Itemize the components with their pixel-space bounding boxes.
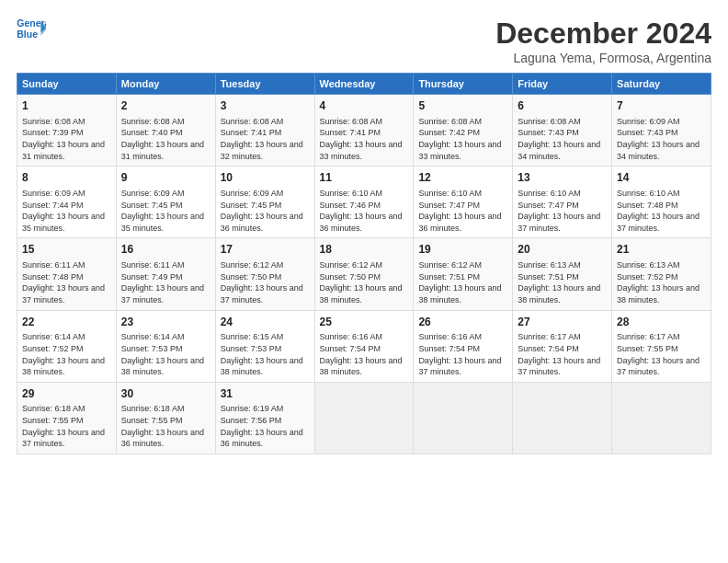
daylight-label: Daylight: 13 hours and 38 minutes.: [518, 283, 600, 304]
sunset-label: Sunset: 7:45 PM: [121, 201, 183, 210]
header-monday: Monday: [116, 74, 215, 95]
sunset-label: Sunset: 7:53 PM: [221, 344, 282, 353]
daylight-label: Daylight: 13 hours and 38 minutes.: [320, 356, 403, 377]
day-number: 29: [22, 386, 111, 402]
calendar-cell: 5Sunrise: 6:08 AMSunset: 7:42 PMDaylight…: [414, 95, 513, 167]
calendar-cell: 16Sunrise: 6:11 AMSunset: 7:49 PMDayligh…: [116, 238, 215, 310]
day-number: 8: [22, 170, 111, 186]
calendar-cell: 4Sunrise: 6:08 AMSunset: 7:41 PMDaylight…: [314, 95, 414, 167]
calendar-cell: 8Sunrise: 6:09 AMSunset: 7:44 PMDaylight…: [17, 167, 117, 238]
calendar-week-row: 15Sunrise: 6:11 AMSunset: 7:48 PMDayligh…: [17, 238, 711, 310]
day-number: 22: [22, 315, 111, 330]
calendar-cell: 10Sunrise: 6:09 AMSunset: 7:45 PMDayligh…: [215, 167, 314, 238]
day-number: 15: [22, 242, 111, 258]
calendar-cell: 3Sunrise: 6:08 AMSunset: 7:41 PMDaylight…: [215, 95, 314, 167]
sunset-label: Sunset: 7:43 PM: [617, 128, 678, 137]
day-number: 19: [418, 242, 507, 258]
daylight-label: Daylight: 13 hours and 37 minutes.: [221, 283, 303, 304]
sunset-label: Sunset: 7:51 PM: [518, 272, 579, 282]
sunset-label: Sunset: 7:43 PM: [518, 128, 579, 137]
daylight-label: Daylight: 13 hours and 37 minutes.: [617, 356, 700, 377]
daylight-label: Daylight: 13 hours and 37 minutes.: [617, 212, 700, 233]
sunset-label: Sunset: 7:50 PM: [320, 272, 381, 282]
calendar-table: Sunday Monday Tuesday Wednesday Thursday…: [17, 73, 711, 454]
daylight-label: Daylight: 13 hours and 34 minutes.: [617, 140, 700, 161]
day-number: 30: [121, 386, 210, 402]
sunset-label: Sunset: 7:40 PM: [121, 128, 183, 137]
day-number: 12: [418, 170, 507, 186]
daylight-label: Daylight: 13 hours and 37 minutes.: [22, 283, 105, 304]
sunrise-label: Sunrise: 6:10 AM: [320, 189, 383, 198]
header-thursday: Thursday: [414, 74, 513, 95]
calendar-cell: 29Sunrise: 6:18 AMSunset: 7:55 PMDayligh…: [17, 382, 117, 454]
day-number: 17: [221, 242, 310, 258]
sunset-label: Sunset: 7:51 PM: [418, 272, 480, 282]
calendar-cell: 30Sunrise: 6:18 AMSunset: 7:55 PMDayligh…: [116, 382, 215, 454]
daylight-label: Daylight: 13 hours and 36 minutes.: [221, 428, 303, 449]
calendar-cell: 25Sunrise: 6:16 AMSunset: 7:54 PMDayligh…: [314, 310, 414, 382]
sunrise-label: Sunrise: 6:19 AM: [221, 404, 284, 413]
sunset-label: Sunset: 7:49 PM: [121, 272, 183, 282]
sunset-label: Sunset: 7:52 PM: [22, 344, 84, 353]
title-block: December 2024 Laguna Yema, Formosa, Arge…: [495, 17, 711, 65]
sunset-label: Sunset: 7:42 PM: [418, 128, 480, 137]
sunset-label: Sunset: 7:39 PM: [22, 128, 84, 137]
sunset-label: Sunset: 7:54 PM: [418, 344, 480, 353]
sunrise-label: Sunrise: 6:10 AM: [518, 189, 581, 198]
calendar-cell: 15Sunrise: 6:11 AMSunset: 7:48 PMDayligh…: [17, 238, 117, 310]
day-number: 9: [121, 170, 210, 186]
calendar-week-row: 1Sunrise: 6:08 AMSunset: 7:39 PMDaylight…: [17, 95, 711, 167]
day-number: 31: [221, 386, 310, 402]
sunrise-label: Sunrise: 6:13 AM: [518, 260, 581, 270]
sunrise-label: Sunrise: 6:16 AM: [418, 332, 482, 341]
calendar-week-row: 29Sunrise: 6:18 AMSunset: 7:55 PMDayligh…: [17, 382, 711, 454]
sunrise-label: Sunrise: 6:15 AM: [221, 332, 284, 341]
calendar-cell: 27Sunrise: 6:17 AMSunset: 7:54 PMDayligh…: [513, 310, 612, 382]
day-number: 7: [617, 98, 706, 114]
day-number: 5: [418, 98, 507, 114]
sunrise-label: Sunrise: 6:12 AM: [320, 260, 383, 270]
day-number: 2: [121, 98, 210, 114]
sunrise-label: Sunrise: 6:08 AM: [22, 117, 85, 126]
sunset-label: Sunset: 7:55 PM: [617, 344, 678, 353]
day-number: 28: [617, 315, 706, 330]
daylight-label: Daylight: 13 hours and 38 minutes.: [121, 356, 204, 377]
calendar-cell: 9Sunrise: 6:09 AMSunset: 7:45 PMDaylight…: [116, 167, 215, 238]
daylight-label: Daylight: 13 hours and 31 minutes.: [121, 140, 204, 161]
sunrise-label: Sunrise: 6:12 AM: [221, 260, 284, 270]
day-number: 6: [518, 98, 607, 114]
header-saturday: Saturday: [612, 74, 711, 95]
sunrise-label: Sunrise: 6:17 AM: [617, 332, 680, 341]
sunset-label: Sunset: 7:45 PM: [221, 201, 282, 210]
calendar-cell: 19Sunrise: 6:12 AMSunset: 7:51 PMDayligh…: [414, 238, 513, 310]
calendar-cell: 23Sunrise: 6:14 AMSunset: 7:53 PMDayligh…: [116, 310, 215, 382]
calendar-cell: [513, 382, 612, 454]
calendar-cell: 13Sunrise: 6:10 AMSunset: 7:47 PMDayligh…: [513, 167, 612, 238]
sunset-label: Sunset: 7:47 PM: [418, 201, 480, 210]
daylight-label: Daylight: 13 hours and 37 minutes.: [418, 356, 501, 377]
day-number: 1: [22, 98, 111, 114]
sunset-label: Sunset: 7:46 PM: [320, 201, 381, 210]
sunrise-label: Sunrise: 6:08 AM: [518, 117, 581, 126]
day-number: 11: [320, 170, 409, 186]
calendar-week-row: 22Sunrise: 6:14 AMSunset: 7:52 PMDayligh…: [17, 310, 711, 382]
location-title: Laguna Yema, Formosa, Argentina: [495, 51, 711, 65]
sunrise-label: Sunrise: 6:09 AM: [121, 189, 185, 198]
calendar-page: General Blue December 2024 Laguna Yema, …: [0, 0, 728, 563]
sunrise-label: Sunrise: 6:09 AM: [221, 189, 284, 198]
day-number: 13: [518, 170, 607, 186]
daylight-label: Daylight: 13 hours and 35 minutes.: [121, 212, 204, 233]
daylight-label: Daylight: 13 hours and 38 minutes.: [418, 283, 501, 304]
sunset-label: Sunset: 7:50 PM: [221, 272, 282, 282]
sunrise-label: Sunrise: 6:16 AM: [320, 332, 383, 341]
sunset-label: Sunset: 7:48 PM: [617, 201, 678, 210]
day-number: 24: [221, 315, 310, 330]
sunrise-label: Sunrise: 6:09 AM: [22, 189, 85, 198]
day-number: 21: [617, 242, 706, 258]
calendar-cell: 21Sunrise: 6:13 AMSunset: 7:52 PMDayligh…: [612, 238, 711, 310]
daylight-label: Daylight: 13 hours and 38 minutes.: [320, 283, 403, 304]
calendar-cell: 1Sunrise: 6:08 AMSunset: 7:39 PMDaylight…: [17, 95, 117, 167]
calendar-cell: [414, 382, 513, 454]
calendar-cell: [612, 382, 711, 454]
sunrise-label: Sunrise: 6:08 AM: [320, 117, 383, 126]
